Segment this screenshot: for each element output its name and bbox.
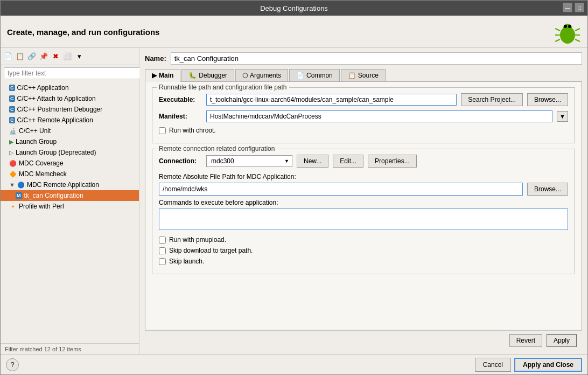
skip-launch-row: Skip launch. [159, 258, 568, 265]
svg-line-4 [555, 29, 560, 31]
sidebar-item-tk-can[interactable]: M tk_can Configuration [1, 190, 139, 201]
bottom-right-buttons: Revert Apply [509, 334, 577, 347]
header-title: Create, manage, and run configurations [7, 27, 159, 37]
sidebar-item-launch-group-dep[interactable]: ▷ Launch Group (Deprecated) [1, 147, 139, 158]
sidebar-item-label: C/C++ Attach to Application [17, 95, 96, 102]
sidebar-item-launch-group[interactable]: ▶ Launch Group [1, 136, 139, 147]
sidebar-item-mdc-memcheck[interactable]: 🔶 MDC Memcheck [1, 169, 139, 179]
bug-icon [554, 19, 581, 46]
commands-section: Commands to execute before application: [159, 199, 568, 236]
apply-button[interactable]: Apply [547, 334, 577, 347]
sidebar-item-cpp-attach[interactable]: C C/C++ Attach to Application [1, 93, 139, 104]
panel-content: Runnable file path and configuration fil… [145, 82, 582, 330]
mdc-icon: M [16, 192, 22, 199]
view-menu-button[interactable]: ▾ [74, 51, 85, 62]
sidebar-item-cpp-unit[interactable]: 🔬 C/C++ Unit [1, 126, 139, 136]
skip-launch-checkbox[interactable] [159, 258, 166, 265]
sidebar-footer: Filter matched 12 of 12 items [1, 343, 139, 355]
connection-label: Connection: [159, 157, 202, 165]
main-content: 📄 📋 🔗 📌 ✖ ⬜ ▾ C C/C++ Application C [1, 48, 587, 355]
header-bar: Create, manage, and run configurations [1, 16, 587, 48]
svg-point-2 [564, 25, 567, 28]
skip-download-label: Skip download to target path. [169, 247, 253, 254]
launch-icon: ▶ [9, 138, 13, 145]
tab-debugger[interactable]: 🐛 Debugger [181, 69, 234, 81]
right-panel: Name: ▶ Main 🐛 Debugger ⬡ Arguments [139, 48, 587, 355]
skip-download-checkbox[interactable] [159, 247, 166, 254]
debugger-tab-label: Debugger [199, 72, 227, 79]
arguments-tab-icon: ⬡ [242, 72, 248, 79]
footer-right: Cancel Apply and Close [475, 358, 582, 372]
help-button[interactable]: ? [6, 358, 19, 371]
new-config-button[interactable]: 📄 [3, 51, 13, 62]
new-connection-button[interactable]: New... [297, 155, 328, 168]
minimize-button[interactable]: — [563, 3, 572, 12]
tab-arguments[interactable]: ⬡ Arguments [235, 69, 288, 81]
executable-label: Executable: [159, 96, 202, 103]
executable-input[interactable] [206, 94, 457, 106]
export-button[interactable]: 🔗 [26, 51, 37, 62]
bottom-action-bar: Revert Apply [145, 330, 582, 350]
connection-select[interactable]: mdc300 mdc200 localhost [206, 155, 292, 167]
apply-close-button[interactable]: Apply and Close [514, 358, 582, 372]
remote-section: Remote connection related configuration … [152, 149, 575, 274]
remote-path-input[interactable] [159, 183, 523, 196]
sidebar-item-cpp-postmortem[interactable]: C C/C++ Postmortem Debugger [1, 104, 139, 115]
commands-label: Commands to execute before application: [159, 199, 568, 206]
mdc-coverage-icon: 🔴 [9, 160, 17, 167]
profile-icon: 🔸 [9, 203, 17, 210]
sidebar-item-cpp-remote[interactable]: C C/C++ Remote Application [1, 115, 139, 126]
tab-bar: ▶ Main 🐛 Debugger ⬡ Arguments 📄 Common 📋 [145, 69, 582, 82]
sidebar-item-profile-perf[interactable]: 🔸 Profile with Perf [1, 201, 139, 212]
search-project-button[interactable]: Search Project... [461, 93, 523, 106]
main-tab-label: Main [159, 72, 173, 79]
maximize-button[interactable]: □ [575, 3, 584, 12]
source-tab-label: Source [358, 72, 379, 79]
expand-arrow: ▼ [9, 182, 15, 188]
cpp-icon: C [9, 117, 15, 123]
cpp-icon: C [9, 95, 15, 102]
manifest-dropdown-button[interactable]: ▼ [557, 111, 568, 122]
remote-path-label: Remote Absolute File Path for MDC Applic… [159, 173, 568, 180]
revert-button[interactable]: Revert [509, 334, 542, 347]
browse-remote-button[interactable]: Browse... [527, 183, 568, 196]
pmupload-label: Run with pmupload. [169, 236, 226, 244]
filter-button[interactable]: ⬜ [62, 51, 73, 62]
manifest-input[interactable] [206, 110, 552, 122]
mdc-remote-icon: 🔵 [17, 182, 25, 189]
footer-left: ? [6, 358, 19, 371]
connection-select-wrapper: mdc300 mdc200 localhost [206, 155, 292, 167]
cancel-button[interactable]: Cancel [475, 358, 511, 372]
debug-configurations-window: Debug Configurations — □ Create, manage,… [0, 0, 588, 375]
svg-line-6 [555, 39, 560, 41]
sidebar-list: C C/C++ Application C C/C++ Attach to Ap… [1, 81, 139, 343]
skip-launch-label: Skip launch. [169, 258, 204, 265]
svg-line-7 [575, 29, 580, 31]
browse-executable-button[interactable]: Browse... [527, 93, 568, 106]
title-bar-buttons: — □ [563, 3, 584, 12]
sidebar-toolbar: 📄 📋 🔗 📌 ✖ ⬜ ▾ [1, 48, 139, 65]
sidebar-item-cpp-app[interactable]: C C/C++ Application [1, 82, 139, 93]
delete-button[interactable]: ✖ [50, 51, 61, 62]
sidebar-item-label: C/C++ Postmortem Debugger [17, 106, 103, 113]
tab-source[interactable]: 📋 Source [341, 69, 386, 81]
tab-main[interactable]: ▶ Main [145, 69, 180, 82]
duplicate-button[interactable]: 📋 [15, 51, 25, 62]
tab-common[interactable]: 📄 Common [289, 69, 340, 81]
sidebar-item-label: Launch Group (Deprecated) [16, 149, 96, 156]
link-button[interactable]: 📌 [38, 51, 49, 62]
pmupload-checkbox[interactable] [159, 237, 166, 244]
manifest-label: Manifest: [159, 113, 202, 120]
properties-button[interactable]: Properties... [368, 155, 417, 168]
commands-textarea[interactable] [159, 209, 568, 230]
edit-connection-button[interactable]: Edit... [333, 155, 363, 168]
chroot-checkbox[interactable] [159, 127, 166, 134]
common-tab-icon: 📄 [296, 72, 304, 79]
name-input[interactable] [171, 52, 582, 65]
arguments-tab-label: Arguments [250, 72, 281, 79]
filter-input[interactable] [4, 67, 142, 79]
sidebar-item-mdc-remote[interactable]: ▼ 🔵 MDC Remote Application [1, 179, 139, 190]
sidebar-item-mdc-coverage[interactable]: 🔴 MDC Coverage [1, 158, 139, 169]
manifest-row: Manifest: ▼ [159, 110, 568, 122]
runnable-section-label: Runnable file path and configuration fil… [157, 84, 289, 91]
